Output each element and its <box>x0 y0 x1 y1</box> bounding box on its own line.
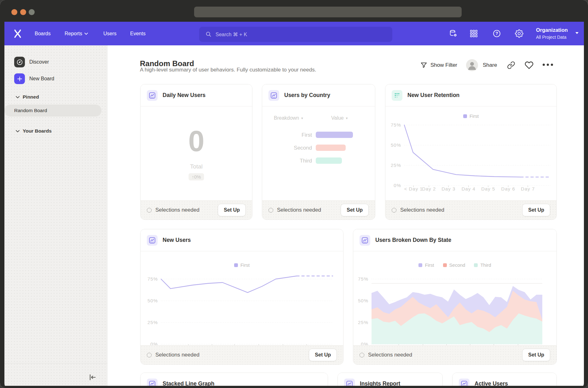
org-name: Organization <box>536 26 568 34</box>
set-up-button[interactable]: Set Up <box>218 204 246 216</box>
window-zoom-button[interactable] <box>29 9 35 15</box>
set-up-button[interactable]: Set Up <box>341 204 369 216</box>
card-active-users: Active Users <box>452 373 557 388</box>
plus-icon <box>14 73 25 84</box>
apps-grid-icon[interactable] <box>470 29 478 38</box>
value-dropdown[interactable]: Value▾ <box>331 115 348 121</box>
collapse-sidebar-icon[interactable] <box>88 373 97 382</box>
user-avatar[interactable] <box>466 59 478 71</box>
nav-reports[interactable]: Reports <box>65 22 88 45</box>
status-text: Selections needed <box>155 352 199 358</box>
search-icon <box>205 31 212 37</box>
svg-text:25%: 25% <box>358 320 368 325</box>
line-chart-icon <box>360 235 370 246</box>
svg-text:75%: 75% <box>147 276 158 282</box>
svg-text:< Day 1: < Day 1 <box>404 186 423 191</box>
top-navbar: Boards Reports Users Events Search ⌘ + K… <box>4 22 584 45</box>
svg-text:Day 4: Day 4 <box>462 186 476 191</box>
status-text: Selections needed <box>400 207 444 213</box>
svg-text:Day 7: Day 7 <box>521 186 535 191</box>
mixpanel-logo-icon[interactable] <box>13 29 23 39</box>
svg-text:?: ? <box>495 31 498 36</box>
card-title: New Users <box>163 237 191 243</box>
discover-compass-icon <box>14 57 25 67</box>
metric-label: Total <box>141 163 252 170</box>
sidebar-divider <box>4 363 107 363</box>
card-stacked-line-graph: Stacked Line Graph <box>140 373 328 388</box>
chevron-down-icon <box>16 130 20 133</box>
set-up-button[interactable]: Set Up <box>522 204 550 216</box>
card-new-user-retention: First 75%50%25%0%< Day 1Day 2Day 3Day 4D… <box>385 84 557 220</box>
set-up-button[interactable]: Set Up <box>309 349 337 361</box>
country-row-bar <box>316 132 353 138</box>
page-subtitle: A high-level summary of user behaviors. … <box>140 67 316 73</box>
share-button[interactable]: Share <box>483 59 497 71</box>
card-users-by-country: Breakdown▾ Value▾ FirstSecondThird Users… <box>262 84 375 220</box>
card-title: Users by Country <box>284 92 330 99</box>
line-chart-icon <box>344 379 355 388</box>
country-row-label: Second <box>274 145 312 151</box>
search-placeholder: Search ⌘ + K <box>216 31 247 37</box>
settings-gear-icon[interactable] <box>515 29 523 38</box>
line-chart-icon <box>147 235 158 246</box>
country-row-bar <box>316 145 346 151</box>
card-new-users: First 75%50%25%0%Apr 3Apr 4Apr 5Apr 6Apr… <box>140 229 343 365</box>
more-options-icon[interactable] <box>543 64 553 66</box>
svg-text:75%: 75% <box>391 122 401 128</box>
status-circle-icon <box>147 353 152 357</box>
sidebar-section-your-boards[interactable]: Your Boards <box>16 128 52 134</box>
svg-text:Day 5: Day 5 <box>481 186 495 191</box>
svg-text:0%: 0% <box>394 183 401 188</box>
sidebar-item-new-board[interactable]: New Board <box>14 73 54 84</box>
line-chart-icon <box>268 90 279 101</box>
sidebar: Discover New Board Pinned Random Board Y… <box>4 45 107 386</box>
data-management-icon[interactable] <box>449 29 458 38</box>
sidebar-item-discover[interactable]: Discover <box>14 57 49 67</box>
set-up-button[interactable]: Set Up <box>522 349 550 361</box>
browser-address-bar[interactable] <box>194 7 462 17</box>
sidebar-item-random-board[interactable]: Random Board <box>4 105 101 117</box>
card-users-by-state: FirstSecondThird 75%50%25%0%Apr 3Apr 4Ap… <box>353 229 557 365</box>
nav-events[interactable]: Events <box>130 22 146 45</box>
nav-users[interactable]: Users <box>103 22 117 45</box>
svg-text:25%: 25% <box>391 163 401 168</box>
line-chart-icon <box>147 90 158 101</box>
svg-text:50%: 50% <box>358 298 368 303</box>
status-text: Selections needed <box>368 352 412 358</box>
svg-text:Day 6: Day 6 <box>501 186 515 191</box>
card-insights-report: Insights Report <box>337 373 443 388</box>
status-circle-icon <box>147 208 152 213</box>
status-circle-icon <box>268 208 273 213</box>
window-minimize-button[interactable] <box>20 9 26 15</box>
chevron-down-icon: ▾ <box>346 116 348 120</box>
funnel-icon <box>420 62 427 69</box>
country-row-label: First <box>274 132 312 138</box>
copy-link-icon[interactable] <box>507 61 515 69</box>
breakdown-dropdown[interactable]: Breakdown▾ <box>274 115 303 121</box>
status-circle-icon <box>360 353 364 357</box>
status-text: Selections needed <box>277 207 321 213</box>
svg-text:75%: 75% <box>358 276 368 282</box>
chevron-down-icon: ▾ <box>301 116 303 120</box>
help-icon[interactable]: ? <box>493 29 501 38</box>
retention-grid-icon <box>392 90 402 101</box>
card-title: Users Broken Down By State <box>375 237 451 243</box>
sidebar-section-pinned[interactable]: Pinned <box>16 94 39 100</box>
svg-text:Day 2: Day 2 <box>422 186 436 191</box>
svg-text:Day 3: Day 3 <box>441 186 455 191</box>
chevron-down-icon <box>84 32 88 35</box>
window-close-button[interactable] <box>11 9 17 15</box>
window-titlebar <box>0 0 588 22</box>
favorite-heart-icon[interactable] <box>525 61 533 70</box>
show-filter-button[interactable]: Show Filter <box>420 59 457 71</box>
org-switcher[interactable]: Organization All Project Data <box>536 26 568 40</box>
card-title: Insights Report <box>360 380 400 387</box>
retention-chart: 75%50%25%0%< Day 1Day 2Day 3Day 4Day 5Da… <box>385 106 557 201</box>
global-search-input[interactable]: Search ⌘ + K <box>199 27 392 42</box>
country-row-label: Third <box>274 158 312 164</box>
status-text: Selections needed <box>155 207 199 213</box>
card-title: New User Retention <box>407 92 459 99</box>
metric-delta-badge: ↑0% <box>188 173 204 180</box>
nav-boards[interactable]: Boards <box>35 22 51 45</box>
line-chart-icon <box>459 379 470 388</box>
